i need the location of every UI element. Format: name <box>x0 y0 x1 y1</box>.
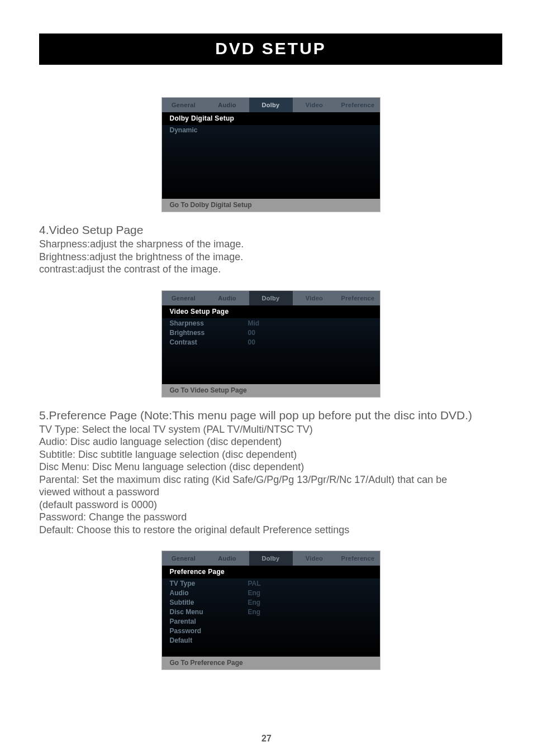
osd-row[interactable]: TV Type PAL <box>170 580 372 587</box>
section-5-line: (default password is 0000) <box>39 499 502 511</box>
osd-label-discmenu: Disc Menu <box>170 608 248 616</box>
osd-preference-footer: Go To Preference Page <box>162 657 380 669</box>
osd-label-tvtype: TV Type <box>170 580 248 587</box>
tab-audio[interactable]: Audio <box>206 291 249 305</box>
osd-preference-heading: Preference Page <box>162 566 380 578</box>
page-title: DVD SETUP <box>39 34 502 65</box>
osd-row[interactable]: Contrast 00 <box>170 338 372 346</box>
osd-value-sharpness: Mid <box>248 319 260 327</box>
tab-video[interactable]: Video <box>293 551 336 566</box>
tab-preference[interactable]: Preference <box>336 551 380 566</box>
section-4-line: contrast:adjust the contrast of the imag… <box>39 263 502 276</box>
tab-general[interactable]: General <box>162 551 206 566</box>
osd-label-contrast: Contrast <box>170 338 248 346</box>
tab-video[interactable]: Video <box>293 291 336 305</box>
osd-row[interactable]: Default <box>170 637 372 644</box>
osd-label-password: Password <box>170 627 248 635</box>
tab-general[interactable]: General <box>162 98 206 112</box>
page-number: 27 <box>0 734 533 744</box>
osd-value-discmenu: Eng <box>248 608 261 616</box>
section-5-line: Disc Menu: Disc Menu language selection … <box>39 461 502 473</box>
section-5-heading: 5.Preference Page (Note:This menu page w… <box>39 409 502 422</box>
tab-dolby[interactable]: Dolby <box>249 98 293 112</box>
section-5-line: Password: Change the password <box>39 511 502 524</box>
osd-dolby-footer: Go To Dolby Digital Setup <box>162 199 380 212</box>
osd-row[interactable]: Audio Eng <box>170 589 372 597</box>
section-4-heading: 4.Video Setup Page <box>39 223 502 237</box>
section-5-line: Subtitle: Disc subtitle language selecti… <box>39 448 502 461</box>
section-5-line: viewed without a password <box>39 486 502 499</box>
tab-dolby[interactable]: Dolby <box>249 551 293 566</box>
section-5-line: Default: Choose this to restore the orig… <box>39 524 502 537</box>
section-5-body: TV Type: Select the local TV system (PAL… <box>39 423 502 537</box>
osd-label-sharpness: Sharpness <box>170 319 248 327</box>
osd-label-parental: Parental <box>170 618 248 625</box>
section-5-line: TV Type: Select the local TV system (PAL… <box>39 423 502 436</box>
osd-video: General Audio Dolby Video Preference Vid… <box>161 290 380 398</box>
tab-audio[interactable]: Audio <box>206 98 249 112</box>
osd-preference-tabs: General Audio Dolby Video Preference <box>162 551 380 566</box>
osd-label-default: Default <box>170 637 248 644</box>
tab-audio[interactable]: Audio <box>206 551 249 566</box>
osd-label-brightness: Brightness <box>170 329 248 337</box>
osd-value-audio: Eng <box>248 589 261 597</box>
osd-value-subtitle: Eng <box>248 599 261 606</box>
osd-row[interactable]: Subtitle Eng <box>170 599 372 606</box>
osd-row[interactable]: Disc Menu Eng <box>170 608 372 616</box>
osd-label-audio: Audio <box>170 589 248 597</box>
tab-preference[interactable]: Preference <box>336 291 380 305</box>
osd-row[interactable]: Password <box>170 627 372 635</box>
osd-label-dynamic: Dynamic <box>170 126 248 134</box>
osd-video-heading: Video Setup Page <box>162 305 380 318</box>
osd-dolby-tabs: General Audio Dolby Video Preference <box>162 98 380 112</box>
osd-row[interactable]: Brightness 00 <box>170 329 372 337</box>
osd-row[interactable]: Parental <box>170 618 372 625</box>
osd-preference: General Audio Dolby Video Preference Pre… <box>161 551 380 670</box>
tab-dolby[interactable]: Dolby <box>249 291 293 305</box>
osd-video-footer: Go To Video Setup Page <box>162 384 380 397</box>
osd-value-contrast: 00 <box>248 338 255 346</box>
osd-dolby-heading: Dolby Digital Setup <box>162 112 380 125</box>
osd-value-brightness: 00 <box>248 329 255 337</box>
osd-row[interactable]: Dynamic <box>170 126 372 134</box>
section-4-line: Sharpness:adjust the sharpness of the im… <box>39 238 502 251</box>
section-4-body: Sharpness:adjust the sharpness of the im… <box>39 238 502 276</box>
tab-preference[interactable]: Preference <box>336 98 380 112</box>
section-4-line: Brightness:adjust the brightness of the … <box>39 251 502 264</box>
tab-video[interactable]: Video <box>293 98 336 112</box>
tab-general[interactable]: General <box>162 291 206 305</box>
osd-label-subtitle: Subtitle <box>170 599 248 606</box>
osd-value-tvtype: PAL <box>248 580 261 587</box>
osd-video-tabs: General Audio Dolby Video Preference <box>162 291 380 305</box>
section-5-line: Audio: Disc audio language selection (di… <box>39 436 502 448</box>
osd-dolby: General Audio Dolby Video Preference Dol… <box>161 97 380 212</box>
section-5-line: Parental: Set the maximum disc rating (K… <box>39 473 502 486</box>
osd-row[interactable]: Sharpness Mid <box>170 319 372 327</box>
